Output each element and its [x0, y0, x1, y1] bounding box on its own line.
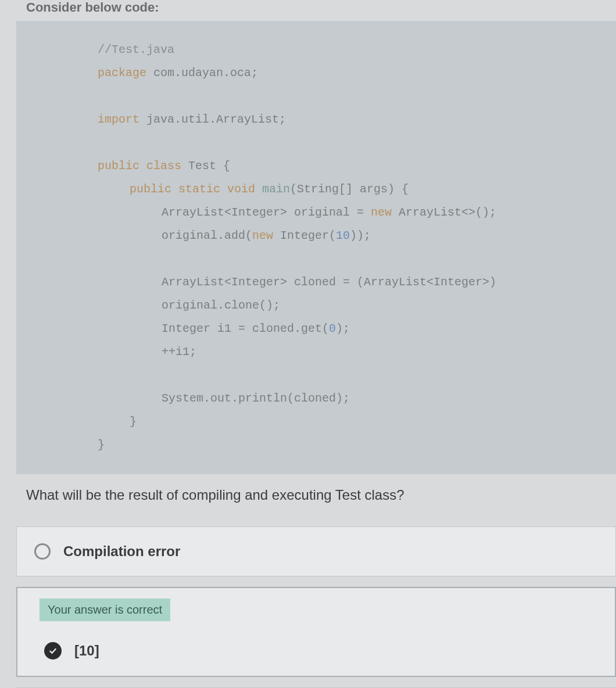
code-keyword: new: [371, 206, 392, 219]
code-keyword: new: [252, 229, 273, 242]
correct-badge: Your answer is correct: [40, 599, 170, 621]
option-label: Compilation error: [63, 543, 180, 560]
intro-text: Consider below code:: [0, 0, 616, 21]
code-method: main: [255, 182, 290, 196]
code-keyword: public static void: [130, 182, 255, 196]
code-text: ArrayList<Integer> cloned = (ArrayList<I…: [162, 275, 496, 312]
code-text: }: [130, 415, 137, 428]
code-text: com.udayan.oca;: [146, 66, 258, 80]
code-comment: //Test.java: [98, 43, 174, 56]
code-text: Integer(: [273, 229, 336, 242]
answer-option-b[interactable]: Your answer is correct [10]: [16, 587, 616, 677]
code-text: Integer i1 = cloned.get(: [162, 322, 329, 335]
code-text: ArrayList<Integer> original =: [162, 206, 371, 219]
code-keyword: package: [98, 66, 146, 80]
code-text: ArrayList<>();: [392, 206, 496, 219]
check-icon: [44, 642, 62, 660]
option-label: [10]: [74, 643, 99, 659]
code-block: //Test.java package com.udayan.oca; impo…: [16, 21, 616, 474]
code-text: System.out.println(cloned);: [162, 392, 350, 405]
code-text: (String[] args) {: [290, 182, 409, 196]
answer-option-a[interactable]: Compilation error: [16, 526, 616, 576]
code-type: Test: [181, 159, 216, 173]
code-keyword: public class: [98, 159, 181, 173]
code-number: 0: [329, 322, 336, 335]
code-text: {: [216, 159, 230, 173]
code-keyword: import: [98, 113, 139, 126]
radio-icon: [34, 543, 51, 560]
code-text: ));: [350, 229, 371, 242]
code-text: }: [98, 438, 105, 451]
code-text: ++i1;: [162, 345, 196, 359]
code-text: );: [336, 322, 350, 335]
question-text: What will be the result of compiling and…: [0, 474, 616, 516]
code-text: java.util.ArrayList;: [139, 113, 286, 126]
code-number: 10: [336, 229, 350, 242]
code-text: original.add(: [162, 229, 252, 242]
